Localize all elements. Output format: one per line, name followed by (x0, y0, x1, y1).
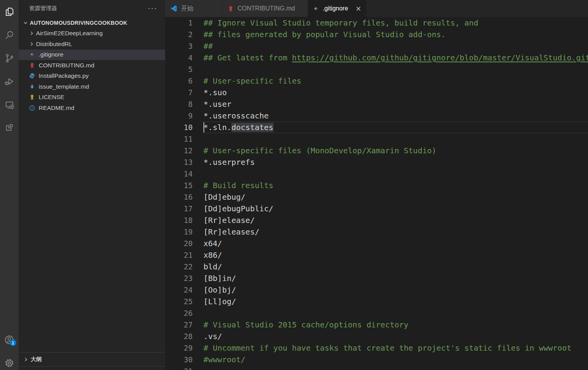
gitignore-url-link[interactable]: https://github.com/github/gitignore/blob… (292, 53, 588, 62)
remote-explorer-icon[interactable] (0, 93, 19, 116)
item-label: LICENSE (39, 94, 64, 101)
code-line[interactable]: 28.vs/ (165, 331, 588, 342)
tab-gitignore[interactable]: .gitignore (308, 0, 367, 17)
code-line[interactable]: 19[Rr]eleases/ (165, 226, 588, 238)
code-line[interactable]: 13*.userprefs (165, 156, 588, 168)
git-file-icon (29, 51, 35, 58)
code-token: ## (203, 41, 213, 51)
code-line[interactable]: 5 (165, 63, 588, 75)
code-line[interactable]: 1## Ignore Visual Studio temporary files… (165, 17, 588, 29)
code-line[interactable]: 7*.suo (165, 87, 588, 98)
code-line[interactable]: 4## Get latest from https://github.com/g… (165, 52, 588, 63)
code-line[interactable]: 10*.sln.docstates (165, 122, 588, 133)
section-时间线[interactable]: 时间线 (19, 366, 165, 370)
account-badge: 1 (10, 339, 16, 346)
code-line[interactable]: 17[Dd]ebugPublic/ (165, 203, 588, 214)
code-line[interactable]: 20x64/ (165, 238, 588, 249)
tab-label: .gitignore (323, 5, 348, 12)
code-token: ## files generated by popular Visual Stu… (203, 30, 446, 39)
line-number: 2 (165, 29, 193, 40)
line-number: 19 (165, 226, 193, 238)
code-token: .vs/ (203, 332, 222, 341)
more-actions-icon[interactable]: ··· (148, 6, 157, 10)
code-token: [Dd]ebugPublic/ (203, 204, 273, 213)
sidebar-item-gitignore[interactable]: .gitignore (19, 50, 165, 60)
line-number: 18 (165, 214, 193, 226)
accounts-icon[interactable]: 1 (0, 332, 19, 348)
line-number: 6 (165, 75, 193, 87)
code-line[interactable]: 25[Ll]og/ (165, 296, 588, 307)
line-content: ## Ignore Visual Studio temporary files,… (193, 17, 478, 29)
tab-开始[interactable]: 开始 (165, 0, 223, 17)
settings-icon[interactable] (0, 355, 19, 370)
code-line[interactable]: 15# Build results (165, 180, 588, 191)
git-icon (313, 5, 319, 12)
line-content (193, 168, 203, 180)
line-number: 14 (165, 168, 193, 180)
sidebar-item-airsime2edeeplearning[interactable]: AirSimE2EDeepLearning (19, 28, 165, 39)
line-content: ## files generated by popular Visual Stu… (193, 29, 446, 40)
code-token: # Build results (203, 181, 273, 190)
line-content: ## (193, 40, 213, 52)
line-number: 10 (165, 122, 193, 133)
code-line[interactable]: 26 (165, 307, 588, 319)
code-line[interactable]: 2## files generated by popular Visual St… (165, 29, 588, 40)
code-line[interactable]: 3## (165, 40, 588, 52)
search-icon[interactable] (0, 23, 19, 46)
line-number: 4 (165, 52, 193, 63)
python-file-icon (29, 73, 35, 79)
sidebar-item-contributing-md[interactable]: CONTRIBUTING.md (19, 60, 165, 71)
code-line[interactable]: 8*.user (165, 98, 588, 110)
line-content: x64/ (193, 238, 222, 249)
code-line[interactable]: 11 (165, 133, 588, 145)
line-content: [Oo]bj/ (193, 284, 236, 296)
source-control-icon[interactable] (0, 46, 19, 70)
tree-root-label: AUTONOMOUSDRIVINGCOOKBOOK (30, 20, 127, 26)
section-大纲[interactable]: 大纲 (19, 352, 165, 366)
code-line[interactable]: 16[Dd]ebug/ (165, 191, 588, 203)
line-number: 3 (165, 40, 193, 52)
sidebar-item-readme-md[interactable]: README.md (19, 103, 165, 113)
code-line[interactable]: 14 (165, 168, 588, 180)
vscode-window: 1 资源管理器 ··· AUTONOMOUSDRIVINGCOOKBOOKAir… (0, 0, 588, 370)
explorer-icon[interactable] (0, 0, 19, 23)
sidebar-item-installpackages-py[interactable]: InstallPackages.py (19, 71, 165, 82)
extensions-icon[interactable] (0, 116, 19, 139)
code-line[interactable]: 24[Oo]bj/ (165, 284, 588, 296)
editor-pane[interactable]: 1## Ignore Visual Studio temporary files… (165, 17, 588, 370)
code-line[interactable]: 31 (165, 365, 588, 370)
code-line[interactable]: 23[Bb]in/ (165, 272, 588, 284)
code-line[interactable]: 21x86/ (165, 249, 588, 261)
line-content: x86/ (193, 249, 222, 261)
line-number: 21 (165, 249, 193, 261)
code-line[interactable]: 27# Visual Studio 2015 cache/options dir… (165, 319, 588, 331)
code-line[interactable]: 12# User-specific files (MonoDevelop/Xam… (165, 145, 588, 156)
code-token: [Rr]elease/ (203, 216, 255, 225)
code-token: *.sln. (203, 123, 231, 132)
sidebar-item-distributedrl[interactable]: DistributedRL (19, 39, 165, 50)
code-line[interactable]: 18[Rr]elease/ (165, 214, 588, 226)
sidebar-item-issue-template-md[interactable]: issue_template.md (19, 81, 165, 92)
line-number: 9 (165, 110, 193, 122)
text-cursor (203, 122, 204, 132)
code-line[interactable]: 9*.userosscache (165, 110, 588, 122)
line-content: .vs/ (193, 331, 222, 342)
close-icon[interactable] (355, 5, 362, 12)
line-content: [Dd]ebug/ (193, 191, 245, 203)
code-line[interactable]: 29# Uncomment if you have tasks that cre… (165, 342, 588, 354)
code-token: *.suo (203, 88, 227, 97)
line-number: 17 (165, 203, 193, 214)
line-content: # User-specific files (193, 75, 301, 87)
tab-contributing-md[interactable]: CONTRIBUTING.md (223, 0, 308, 17)
code-token: [Ll]og/ (203, 297, 236, 306)
sidebar-item-license[interactable]: LICENSE (19, 92, 165, 103)
line-number: 22 (165, 261, 193, 272)
code-line[interactable]: 6# User-specific files (165, 75, 588, 87)
code-token: *.userosscache (203, 111, 269, 120)
code-line[interactable]: 30#wwwroot/ (165, 354, 588, 365)
code-token: *.user (203, 99, 231, 109)
vscode-logo-icon (170, 5, 178, 12)
run-and-debug-icon[interactable] (0, 70, 19, 93)
tree-root-folder[interactable]: AUTONOMOUSDRIVINGCOOKBOOK (19, 17, 165, 28)
code-line[interactable]: 22bld/ (165, 261, 588, 272)
